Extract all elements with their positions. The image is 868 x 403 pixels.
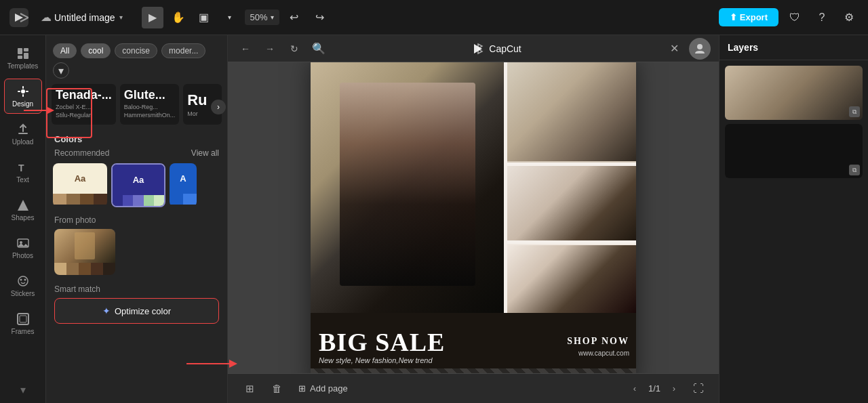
- colors-section-title: Colors: [46, 130, 227, 147]
- undo-btn[interactable]: ↩: [283, 7, 305, 28]
- canvas-toolbar-close-btn[interactable]: ✕: [665, 39, 684, 58]
- recommended-label: Recommended: [54, 148, 109, 158]
- help-icon-btn[interactable]: ?: [811, 7, 833, 28]
- filter-tag-cool[interactable]: cool: [81, 43, 111, 58]
- sidenav-more-btn[interactable]: ▾: [4, 381, 42, 398]
- export-icon: ⬆: [730, 12, 737, 22]
- canvas-search-btn[interactable]: 🔍: [309, 39, 328, 58]
- sidebar-item-design-label: Design: [12, 100, 33, 108]
- title-dropdown-icon[interactable]: ▾: [119, 14, 123, 21]
- zoom-control[interactable]: 50% ▾: [245, 9, 279, 25]
- svg-rect-6: [22, 86, 24, 89]
- filter-tag-all[interactable]: All: [53, 43, 77, 58]
- sidebar-item-stickers-label: Stickers: [11, 290, 35, 297]
- sidebar-item-photos[interactable]: Photos: [4, 230, 42, 266]
- svg-rect-18: [18, 314, 28, 324]
- topbar-right: ⬆ Export 🛡 ? ⚙: [719, 7, 860, 28]
- smart-match-label: Smart match: [54, 282, 219, 298]
- layer-item-1[interactable]: ⧉: [725, 124, 863, 178]
- sidebar-item-shapes-label: Shapes: [12, 214, 35, 221]
- cloud-icon: ☁: [41, 11, 52, 24]
- sidebar-item-frames[interactable]: Frames: [4, 306, 42, 341]
- svg-point-15: [18, 276, 28, 286]
- new-style-text: New style, New fashion,New trend: [319, 356, 496, 364]
- svg-rect-3: [18, 56, 22, 59]
- sidebar-item-stickers[interactable]: Stickers: [4, 268, 42, 303]
- page-settings-btn[interactable]: ⊞: [239, 378, 260, 400]
- sidebar-item-templates[interactable]: Templates: [4, 41, 42, 76]
- font-card-1-text: Glute...: [124, 88, 176, 102]
- font-card-1[interactable]: Glute... Baloo-Reg... HammersmithOn...: [120, 84, 180, 125]
- sidebar-item-photos-label: Photos: [12, 252, 33, 259]
- delete-page-btn[interactable]: 🗑: [266, 378, 288, 400]
- prev-page-btn[interactable]: ‹: [625, 379, 644, 398]
- svg-point-17: [24, 279, 26, 281]
- palette-card-2[interactable]: A: [170, 163, 197, 207]
- app-logo[interactable]: [8, 7, 30, 28]
- svg-marker-12: [18, 200, 28, 211]
- canvas-content: BIG SALE New style, New fashion,New tren…: [311, 62, 636, 373]
- sidebar-item-upload[interactable]: Upload: [4, 116, 42, 152]
- canvas-viewport[interactable]: BIG SALE New style, New fashion,New tren…: [228, 62, 719, 373]
- svg-rect-8: [18, 91, 20, 92]
- svg-rect-4: [24, 53, 28, 59]
- layer-thumb-0: [725, 66, 863, 120]
- svg-rect-7: [22, 94, 24, 97]
- filter-tags-more-btn[interactable]: ▾: [53, 62, 69, 79]
- sidebar-item-text-label: Text: [16, 176, 28, 184]
- sidebar-item-text[interactable]: T Text: [4, 154, 42, 190]
- canvas-top-right-photo: [507, 62, 636, 163]
- export-button[interactable]: ⬆ Export: [719, 8, 778, 26]
- palette-card-1[interactable]: Aa: [111, 163, 165, 207]
- topbar-center: ☁ Untitled image ▾ ▶ ✋ ▣ ▾ 50% ▾ ↩ ↪: [35, 7, 713, 28]
- zoom-chevron-icon: ▾: [271, 14, 274, 21]
- font-card-0-text: Tenada-...: [56, 88, 112, 102]
- zoom-value: 50%: [250, 12, 268, 22]
- shield-icon-btn[interactable]: 🛡: [784, 7, 806, 28]
- redo-btn[interactable]: ↪: [309, 7, 331, 28]
- canvas-bottom-toolbar: ⊞ 🗑 ⊞ Add page ‹ 1/1 › ⛶: [228, 373, 719, 403]
- main-layout: Templates Design Upload T Text Shapes Ph…: [0, 35, 868, 403]
- layer-1-corner-icon: ⧉: [849, 165, 860, 175]
- title-area[interactable]: ☁ Untitled image ▾: [41, 11, 123, 24]
- next-page-btn[interactable]: ›: [665, 379, 684, 398]
- settings-icon-btn[interactable]: ⚙: [838, 7, 860, 28]
- font-card-2-sub1: Mor: [187, 110, 198, 117]
- from-photo-swatches: [54, 263, 115, 275]
- font-card-0-sub2: Stilu-Regular: [56, 112, 112, 119]
- layer-item-0[interactable]: ⧉: [725, 66, 863, 120]
- filter-tag-concise[interactable]: concise: [115, 43, 157, 58]
- nav-forward-btn[interactable]: →: [260, 39, 279, 58]
- filter-tag-moder[interactable]: moder...: [161, 43, 205, 58]
- left-panel: All cool concise moder... ▾ Tenada-... Z…: [46, 35, 228, 403]
- frame-dropdown-icon[interactable]: ▾: [219, 7, 241, 28]
- add-page-icon: ⊞: [298, 383, 306, 394]
- optimize-icon: ✦: [102, 305, 111, 316]
- nav-back-btn[interactable]: ←: [236, 39, 255, 58]
- font-grid: Tenada-... Zocbel X-E... Stilu-Regular G…: [46, 84, 227, 130]
- select-tool-btn[interactable]: ▶: [142, 7, 163, 28]
- fullscreen-btn[interactable]: ⛶: [689, 379, 708, 398]
- sidebar-item-shapes[interactable]: Shapes: [4, 192, 42, 228]
- add-page-btn[interactable]: ⊞ Add page: [293, 381, 353, 396]
- frame-tool-btn[interactable]: ▣: [193, 7, 215, 28]
- sidebar-item-upload-label: Upload: [12, 138, 34, 146]
- font-card-1-sub1: Baloo-Reg...: [124, 104, 176, 110]
- font-grid-next-btn[interactable]: ›: [211, 100, 226, 114]
- sidenav: Templates Design Upload T Text Shapes Ph…: [0, 35, 46, 403]
- optimize-color-btn[interactable]: ✦ Optimize color: [54, 298, 219, 324]
- layer-0-corner-icon: ⧉: [849, 106, 860, 117]
- pan-tool-btn[interactable]: ✋: [167, 7, 189, 28]
- from-photo-card[interactable]: [54, 229, 115, 275]
- view-all-btn[interactable]: View all: [191, 148, 219, 158]
- smart-match-section: Smart match ✦ Optimize color: [46, 278, 227, 328]
- canvas-mid-right-photo: [507, 166, 636, 240]
- sidebar-item-design[interactable]: Design: [4, 79, 42, 114]
- nav-refresh-btn[interactable]: ↻: [285, 39, 304, 58]
- user-avatar[interactable]: [689, 38, 711, 60]
- pagination: ‹ 1/1 ›: [625, 379, 684, 398]
- font-card-0[interactable]: Tenada-... Zocbel X-E... Stilu-Regular: [52, 84, 116, 125]
- palette-card-0[interactable]: Aa: [53, 163, 107, 207]
- optimize-color-label: Optimize color: [115, 306, 171, 316]
- capcut-brand-text: CapCut: [489, 43, 521, 54]
